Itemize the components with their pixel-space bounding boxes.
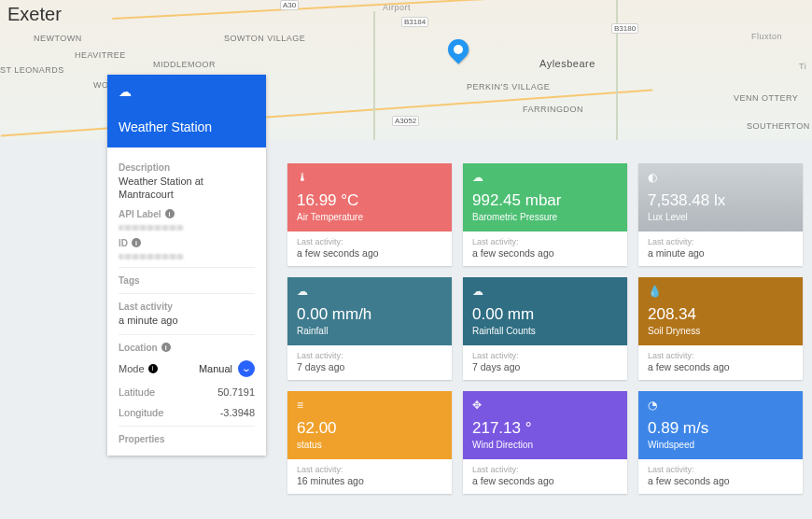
tile-header: ≡62.00status <box>287 391 452 459</box>
tile-last-activity-value: a few seconds ago <box>472 247 618 259</box>
tile-value: 0.00 mm/h <box>297 305 442 324</box>
tile-last-activity-value: 7 days ago <box>297 361 442 372</box>
tile-footer: Last activity:a minute ago <box>638 231 803 266</box>
road-label: B3180 <box>611 23 638 34</box>
tile-header: 🌡16.99 °CAir Temperature <box>287 163 452 231</box>
tile-name: Lux Level <box>648 212 793 222</box>
road-label: A30 <box>280 0 299 10</box>
map-place-label: ST LEONARDS <box>0 65 64 75</box>
info-icon[interactable]: i <box>132 238 141 247</box>
id-label: IDi <box>119 238 255 248</box>
tile-header: ◔0.89 m/sWindspeed <box>638 391 803 459</box>
panel-header: ☁ Weather Station <box>107 75 266 147</box>
api-label-label: API Labeli <box>119 209 255 219</box>
tile-last-activity-label: Last activity: <box>297 237 442 246</box>
tile-icon: ☁ <box>472 285 618 298</box>
metric-tile[interactable]: ◐7,538.48 lxLux LevelLast activity:a min… <box>638 163 803 266</box>
metric-tile[interactable]: ≡62.00statusLast activity:16 minutes ago <box>287 391 452 494</box>
mode-value: Manual <box>199 363 232 374</box>
latitude-value: 50.7191 <box>217 386 255 398</box>
tile-last-activity-label: Last activity: <box>297 351 442 360</box>
map-place-label: Ti <box>799 62 806 71</box>
tile-name: Soil Dryness <box>648 326 793 336</box>
tile-footer: Last activity:a few seconds ago <box>463 231 627 266</box>
mode-label: Mode <box>119 363 145 374</box>
tile-name: Barometric Pressure <box>472 212 618 222</box>
tile-icon: 🌡 <box>297 171 442 184</box>
tile-header: 💧208.34Soil Dryness <box>638 277 803 345</box>
tile-value: 217.13 ° <box>472 419 618 438</box>
tile-last-activity-label: Last activity: <box>472 351 618 360</box>
description-value: Weather Station at Mantracourt <box>119 175 255 202</box>
tiles-grid: 🌡16.99 °CAir TemperatureLast activity:a … <box>287 163 804 494</box>
map-place-label: NEWTOWN <box>34 34 82 43</box>
tile-value: 0.89 m/s <box>648 419 793 438</box>
map-place-label: HEAVITREE <box>75 50 126 60</box>
tile-last-activity-value: 16 minutes ago <box>297 475 442 486</box>
tile-header: ☁0.00 mmRainfall Counts <box>463 277 627 345</box>
tile-header: ☁0.00 mm/hRainfall <box>287 277 452 345</box>
metric-tile[interactable]: ☁992.45 mbarBarometric PressureLast acti… <box>463 163 627 266</box>
road-label: B3184 <box>401 17 428 27</box>
info-icon[interactable]: i <box>161 343 171 352</box>
tile-header: ☁992.45 mbarBarometric Pressure <box>463 163 627 231</box>
tile-footer: Last activity:a few seconds ago <box>463 459 627 494</box>
mode-select[interactable]: Manual ⌄ <box>199 360 255 377</box>
tile-icon: ☁ <box>472 171 618 184</box>
map-place-label: Airport <box>383 3 411 12</box>
metric-tile[interactable]: ☁0.00 mm/hRainfallLast activity:7 days a… <box>287 277 452 380</box>
metric-tile[interactable]: ✥217.13 °Wind DirectionLast activity:a f… <box>463 391 627 494</box>
cloud-icon: ☁ <box>119 84 255 99</box>
tile-value: 992.45 mbar <box>472 191 618 210</box>
map-place-label: VENN OTTERY <box>734 93 798 103</box>
device-panel: ☁ Weather Station Description Weather St… <box>107 75 266 456</box>
metric-tile[interactable]: ☁0.00 mmRainfall CountsLast activity:7 d… <box>463 277 627 380</box>
tile-last-activity-value: a few seconds ago <box>648 361 793 372</box>
chevron-down-icon[interactable]: ⌄ <box>238 360 255 377</box>
map-place-label: Fluxton <box>751 32 782 41</box>
last-activity-value: a minute ago <box>119 314 255 327</box>
map-city-label: Exeter <box>7 4 62 25</box>
tile-name: Air Temperature <box>297 212 442 222</box>
map-pin-icon[interactable] <box>443 35 472 63</box>
api-label-value-redacted <box>119 225 184 231</box>
tile-value: 0.00 mm <box>472 305 618 324</box>
tile-footer: Last activity:7 days ago <box>287 345 452 380</box>
map-place-label: MIDDLEMOOR <box>153 60 216 69</box>
tile-footer: Last activity:16 minutes ago <box>287 459 452 494</box>
tile-last-activity-label: Last activity: <box>472 465 618 474</box>
description-label: Description <box>119 162 255 173</box>
map-place-label: SOUTHERTON <box>747 121 810 131</box>
metric-tile[interactable]: 🌡16.99 °CAir TemperatureLast activity:a … <box>287 163 452 266</box>
tile-value: 208.34 <box>648 305 793 324</box>
tile-last-activity-value: a few seconds ago <box>648 475 793 486</box>
tile-icon: ◐ <box>648 171 793 184</box>
last-activity-label: Last activity <box>119 302 255 312</box>
info-icon[interactable]: i <box>148 364 158 373</box>
panel-title: Weather Station <box>119 119 255 134</box>
tile-icon: ☁ <box>297 285 442 298</box>
longitude-value: -3.3948 <box>220 407 255 418</box>
location-label: Locationi <box>119 343 255 353</box>
tile-last-activity-label: Last activity: <box>648 465 793 474</box>
tile-icon: ✥ <box>472 399 618 412</box>
metric-tile[interactable]: ◔0.89 m/sWindspeedLast activity:a few se… <box>638 391 803 494</box>
latitude-label: Latitude <box>119 386 155 398</box>
metric-tile[interactable]: 💧208.34Soil DrynessLast activity:a few s… <box>638 277 803 380</box>
tile-name: Wind Direction <box>472 440 618 450</box>
tile-header: ✥217.13 °Wind Direction <box>463 391 627 459</box>
tile-icon: ≡ <box>297 399 442 412</box>
tags-label: Tags <box>119 275 255 286</box>
tile-footer: Last activity:a few seconds ago <box>638 459 803 494</box>
map-place-label: SOWTON VILLAGE <box>224 34 305 43</box>
map-place-label: PERKIN'S VILLAGE <box>467 82 550 91</box>
tile-footer: Last activity:a few seconds ago <box>287 231 452 266</box>
longitude-label: Longitude <box>119 407 163 418</box>
tile-value: 16.99 °C <box>297 191 442 210</box>
info-icon[interactable]: i <box>165 209 175 218</box>
tile-icon: 💧 <box>648 285 793 298</box>
tile-last-activity-value: a few seconds ago <box>297 247 442 259</box>
tile-last-activity-value: a few seconds ago <box>472 475 618 486</box>
id-value-redacted <box>119 254 184 260</box>
tile-name: Rainfall <box>297 326 442 336</box>
